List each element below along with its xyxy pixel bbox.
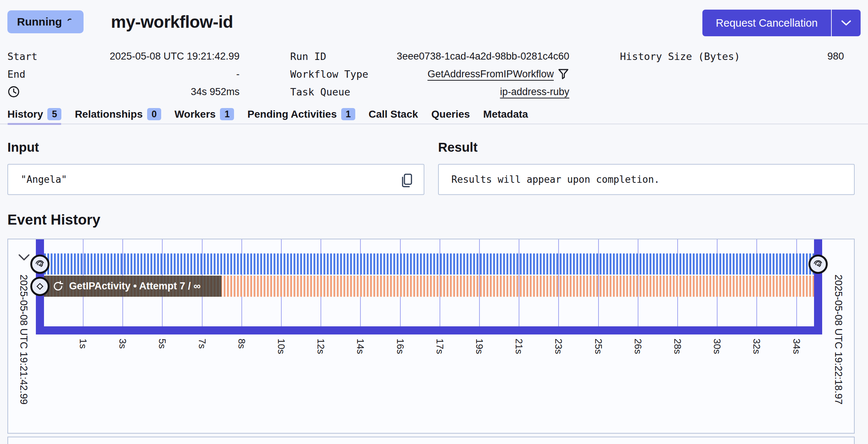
- timeline-tick-label: 25s: [593, 339, 604, 354]
- workflow-type-label: Workflow Type: [290, 68, 368, 80]
- end-value: -: [236, 68, 240, 80]
- meta-row-run-id: Run ID 3eee0738-1cad-4a2d-98bb-0281c4c60: [290, 47, 569, 65]
- tab-history-count: 5: [47, 108, 61, 120]
- page-title: my-workflow-id: [111, 12, 233, 32]
- tab-pending-activities[interactable]: Pending Activities 1: [247, 108, 355, 125]
- result-title: Result: [438, 140, 478, 155]
- history-size-label: History Size (Bytes): [620, 51, 740, 62]
- copy-input-button[interactable]: [399, 173, 414, 188]
- timeline-tick-label: 34s: [791, 339, 802, 354]
- timeline-tick-label: 19s: [474, 339, 485, 354]
- duration-value: 34s 952ms: [191, 86, 240, 98]
- timeline-tick-label: 32s: [751, 339, 762, 354]
- input-value: "Angela": [8, 174, 67, 185]
- workflow-type-link[interactable]: GetAddressFromIPWorkflow: [427, 68, 554, 80]
- meta-row-task-queue: Task Queue ip-address-ruby: [290, 83, 569, 101]
- status-badge: Running: [7, 10, 84, 33]
- meta-row-history-size: History Size (Bytes) 980: [620, 47, 844, 65]
- timeline-tick-label: 23s: [553, 339, 564, 354]
- tab-workers[interactable]: Workers 1: [174, 108, 234, 125]
- timeline-tick-label: 1s: [77, 339, 89, 349]
- timeline-tick-label: 26s: [632, 339, 644, 354]
- activity-label: GetIPActivity • Attempt 7 / ∞: [69, 280, 201, 292]
- copy-icon: [400, 173, 414, 188]
- activity-label-chip[interactable]: GetIPActivity • Attempt 7 / ∞: [44, 276, 221, 297]
- filter-icon[interactable]: [557, 68, 569, 80]
- run-id-label: Run ID: [290, 51, 326, 62]
- timeline-tick-label: 5s: [156, 339, 168, 349]
- timeline-tick-label: 7s: [196, 339, 208, 349]
- retry-icon: [52, 281, 63, 292]
- request-cancellation-button[interactable]: Request Cancellation: [702, 10, 831, 36]
- tab-workers-count: 1: [220, 108, 234, 120]
- timeline-baseline-bar: [36, 326, 822, 334]
- metadata-column-times: Start 2025-05-08 UTC 19:21:42.99 End - 3…: [7, 47, 240, 101]
- history-size-value: 980: [827, 51, 844, 62]
- tab-bar: History 5 Relationships 0 Workers 1 Pend…: [7, 108, 528, 125]
- timeline-tick-label: 17s: [434, 339, 445, 354]
- timeline-start-date: 2025-05-08 UTC 19:21:42.99: [18, 275, 29, 404]
- activity-node[interactable]: [30, 277, 50, 296]
- workflow-execution-row[interactable]: [44, 253, 814, 275]
- end-label: End: [7, 68, 26, 80]
- clock-icon: [7, 85, 20, 98]
- timeline-tick-label: 3s: [117, 339, 128, 349]
- timeline-tick-label: 14s: [355, 339, 366, 354]
- meta-row-start: Start 2025-05-08 UTC 19:21:42.99: [7, 47, 240, 65]
- workflow-running-spiral-icon: [813, 259, 823, 269]
- input-box: "Angela": [7, 164, 424, 195]
- meta-row-workflow-type: Workflow Type GetAddressFromIPWorkflow: [290, 65, 569, 83]
- workflow-running-spiral-icon: [35, 259, 45, 269]
- tab-history[interactable]: History 5: [7, 108, 61, 125]
- tab-pending-activities-count: 1: [341, 108, 355, 120]
- tab-call-stack[interactable]: Call Stack: [369, 108, 418, 125]
- timeline-tick-label: 28s: [672, 339, 683, 354]
- result-box: Results will appear upon completion.: [438, 164, 855, 195]
- timeline-tick-label: 16s: [394, 339, 406, 354]
- timeline-tick-label: 10s: [275, 339, 287, 354]
- timeline-end-date: 2025-05-08 UTC 19:22:18.97: [833, 275, 844, 404]
- metadata-column-workflow: Run ID 3eee0738-1cad-4a2d-98bb-0281c4c60…: [290, 47, 569, 101]
- workflow-latest-node[interactable]: [808, 255, 828, 274]
- workflow-detail-page: Running my-workflow-id Request Cancellat…: [0, 0, 868, 444]
- task-queue-link[interactable]: ip-address-ruby: [500, 86, 569, 98]
- timeline-tick-label: 21s: [513, 339, 525, 354]
- tab-relationships[interactable]: Relationships 0: [75, 108, 161, 125]
- chevron-down-icon: [841, 20, 852, 26]
- metadata-column-history-size: History Size (Bytes) 980: [620, 47, 844, 65]
- timeline-tick-label: 30s: [711, 339, 723, 354]
- tab-queries[interactable]: Queries: [431, 108, 470, 125]
- timeline-tick-label: 12s: [315, 339, 326, 354]
- event-list-panel: [7, 437, 855, 444]
- spinner-icon: [67, 18, 74, 26]
- timeline-end-bar: [814, 239, 822, 334]
- task-queue-label: Task Queue: [290, 86, 350, 98]
- request-cancellation-split-button: Request Cancellation: [702, 10, 861, 36]
- status-badge-label: Running: [17, 16, 62, 28]
- meta-row-duration: 34s 952ms: [7, 83, 240, 101]
- timeline-tick-label: 8s: [236, 339, 247, 349]
- tab-metadata[interactable]: Metadata: [483, 108, 528, 125]
- start-label: Start: [7, 51, 37, 62]
- meta-row-end: End -: [7, 65, 240, 83]
- tabs-divider: [0, 124, 868, 124]
- activity-diamond-icon: [36, 282, 44, 290]
- result-value: Results will appear upon completion.: [439, 174, 660, 185]
- tab-relationships-count: 0: [147, 108, 161, 120]
- event-history-timeline: 1s3s5s7s8s10s12s14s16s17s19s21s23s25s26s…: [7, 239, 855, 434]
- event-history-title: Event History: [7, 212, 100, 228]
- input-title: Input: [7, 140, 39, 155]
- start-value: 2025-05-08 UTC 19:21:42.99: [110, 51, 240, 62]
- workflow-start-node[interactable]: [30, 255, 50, 274]
- run-id-value: 3eee0738-1cad-4a2d-98bb-0281c4c60: [397, 51, 569, 62]
- cancellation-menu-button[interactable]: [831, 10, 861, 36]
- timeline-collapse-chevron-icon[interactable]: [18, 253, 30, 262]
